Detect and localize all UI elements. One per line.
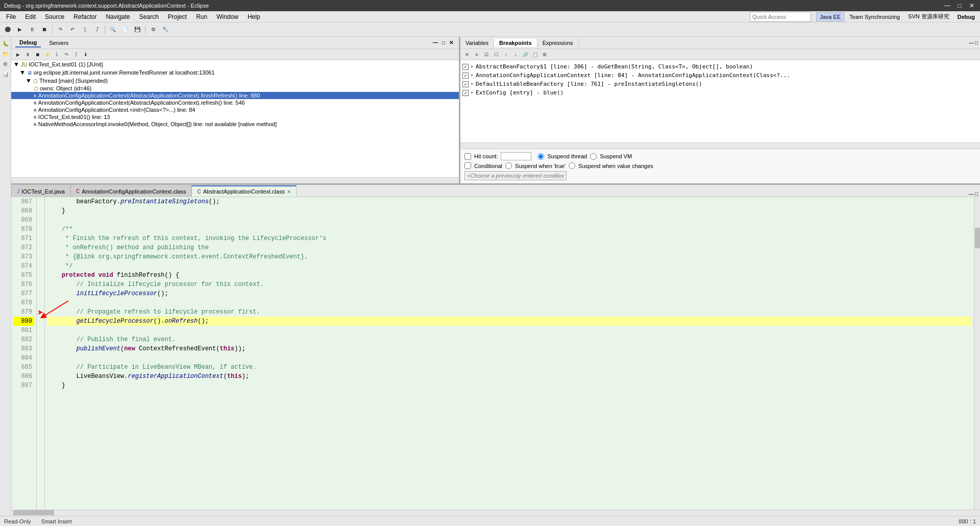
- debug-tab[interactable]: Debug: [15, 38, 41, 47]
- breakpoints-tab[interactable]: Breakpoints: [494, 39, 537, 47]
- tree-item-frame-2[interactable]: ≡ AnnotationConfigApplicationContext.<in…: [11, 106, 459, 113]
- when-true-radio[interactable]: [505, 162, 512, 169]
- debug-panel-minimize[interactable]: —: [431, 39, 439, 46]
- debug-toolbar-resume[interactable]: ▶: [13, 50, 22, 59]
- bp-checkbox-3[interactable]: ✓: [462, 90, 469, 96]
- debug-toolbar-drop[interactable]: ⬇: [81, 50, 90, 59]
- bp-toolbar-btn-7[interactable]: 🔗: [521, 50, 530, 59]
- bp-toolbar-btn-5[interactable]: ↑: [501, 50, 510, 59]
- menu-window[interactable]: Window: [212, 12, 242, 21]
- toolbar-btn-5[interactable]: ↷: [55, 24, 66, 35]
- bp-toolbar-btn-1[interactable]: ✕: [462, 50, 472, 59]
- sidebar-icon-3[interactable]: ⚙: [1, 59, 10, 68]
- debug-toolbar-step-return[interactable]: ⤴: [71, 50, 81, 59]
- sidebar-icon-1[interactable]: 🐛: [1, 39, 10, 48]
- editor-tab-0[interactable]: J IOCTest_Ext.java: [11, 185, 70, 197]
- debug-toolbar-step-into[interactable]: ⤵: [52, 50, 61, 59]
- editor-tab-1[interactable]: C AnnotationConfigApplicationContext.cla…: [70, 185, 191, 197]
- menu-search[interactable]: Search: [135, 12, 163, 21]
- sidebar-icon-2[interactable]: 📁: [1, 49, 10, 58]
- toolbar-btn-3[interactable]: ⏸: [27, 24, 38, 35]
- perspective-debug[interactable]: Debug: [954, 13, 978, 21]
- maximize-button[interactable]: □: [955, 2, 964, 9]
- close-button[interactable]: ✕: [968, 2, 976, 9]
- editor-minimize[interactable]: —: [969, 191, 974, 197]
- code-vscroll[interactable]: [974, 197, 980, 510]
- debug-toolbar-disconnect[interactable]: ⚡: [42, 50, 52, 59]
- hit-count-checkbox[interactable]: [464, 153, 471, 160]
- vscroll-thumb[interactable]: [975, 228, 980, 248]
- toolbar-btn-6[interactable]: ↶: [67, 24, 78, 35]
- menu-run[interactable]: Run: [192, 12, 211, 21]
- bp-toolbar-btn-3[interactable]: ☑: [482, 50, 491, 59]
- debug-toolbar-stop[interactable]: ⏹: [33, 50, 42, 59]
- code-content[interactable]: beanFactory.preInstantiateSingletons(); …: [45, 197, 974, 510]
- expressions-tab[interactable]: Expressions: [537, 39, 579, 47]
- sidebar-icon-4[interactable]: 📊: [1, 69, 10, 79]
- tree-item-owns[interactable]: ⬡ owns: Object (id=46): [11, 85, 459, 92]
- tab-close-2[interactable]: ✕: [287, 189, 291, 195]
- perspective-javaee[interactable]: Java EE: [816, 12, 844, 21]
- menu-file[interactable]: File: [2, 12, 20, 21]
- toolbar-btn-13[interactable]: 🔧: [160, 24, 171, 35]
- perspective-svn[interactable]: SVN 资源库研究: [905, 12, 952, 21]
- editor-tab-2[interactable]: C AbstractApplicationContext.class ✕: [191, 185, 296, 197]
- menu-help[interactable]: Help: [243, 12, 264, 21]
- toolbar-btn-7[interactable]: ⤵: [79, 24, 90, 35]
- tree-item-runner[interactable]: ▼ 🖥 org.eclipse.jdt.internal.junit.runne…: [11, 68, 459, 77]
- quick-access-input[interactable]: [750, 12, 811, 22]
- toolbar-btn-8[interactable]: ⤴: [91, 24, 103, 35]
- code-hscroll[interactable]: [11, 510, 980, 516]
- bp-item-0[interactable]: ✓ ➤ AbstractBeanFactory$1 [line: 306] - …: [462, 62, 978, 71]
- minimize-button[interactable]: —: [943, 2, 951, 9]
- debug-panel-close[interactable]: ✕: [448, 39, 455, 46]
- bp-checkbox-2[interactable]: ✓: [462, 81, 469, 87]
- debug-hscroll[interactable]: [11, 177, 459, 183]
- editor-maximize[interactable]: □: [975, 191, 978, 197]
- menu-edit[interactable]: Edit: [21, 12, 40, 21]
- bp-toolbar-btn-4[interactable]: ☐: [492, 50, 501, 59]
- hit-count-input[interactable]: [501, 152, 531, 160]
- tree-item-frame-0[interactable]: ≡ AnnotationConfigApplicationContext(Abs…: [11, 92, 459, 99]
- condition-input[interactable]: [464, 171, 567, 180]
- menu-source[interactable]: Source: [41, 12, 68, 21]
- toolbar-btn-10[interactable]: 📄: [119, 24, 131, 35]
- bp-toolbar-btn-8[interactable]: 📋: [530, 50, 540, 59]
- right-panel-minimize[interactable]: —: [969, 40, 974, 45]
- bp-toolbar-btn-9[interactable]: ⚙: [540, 50, 549, 59]
- menu-navigate[interactable]: Navigate: [102, 12, 134, 21]
- tree-item-frame-1[interactable]: ≡ AnnotationConfigApplicationContext(Abs…: [11, 99, 459, 106]
- perspective-team[interactable]: Team Synchronizing: [846, 13, 903, 21]
- toolbar-btn-4[interactable]: ⏹: [39, 24, 50, 35]
- tree-item-root[interactable]: ▼ JU IOCTest_Ext.test01 (1) [JUnit]: [11, 60, 459, 68]
- debug-panel-maximize[interactable]: □: [440, 39, 447, 46]
- conditional-checkbox[interactable]: [464, 162, 471, 169]
- bp-hscroll[interactable]: [460, 142, 980, 149]
- variables-tab[interactable]: Variables: [460, 39, 494, 47]
- servers-tab[interactable]: Servers: [45, 39, 72, 47]
- toolbar-btn-12[interactable]: ⚙: [148, 24, 159, 35]
- suspend-vm-radio[interactable]: [590, 153, 597, 160]
- window-controls[interactable]: — □ ✕: [943, 2, 976, 9]
- bp-item-2[interactable]: ✓ ➤ DefaultListableBeanFactory [line: 76…: [462, 80, 978, 88]
- tree-item-frame-4[interactable]: ≡ NativeMethodAccessorImpl.invoke0(Metho…: [11, 121, 459, 128]
- menu-refactor[interactable]: Refactor: [69, 12, 101, 21]
- when-changes-radio[interactable]: [569, 162, 575, 169]
- hscroll-thumb[interactable]: [13, 510, 54, 515]
- bp-checkbox-0[interactable]: ✓: [462, 64, 469, 70]
- menu-project[interactable]: Project: [164, 12, 191, 21]
- bp-toolbar-btn-2[interactable]: ≡: [472, 50, 481, 59]
- toolbar-btn-1[interactable]: ⚫: [2, 24, 13, 35]
- suspend-thread-radio[interactable]: [537, 153, 544, 160]
- bp-item-1[interactable]: ✓ ➤ AnnotationConfigApplicationContext […: [462, 71, 978, 80]
- debug-toolbar-step-over[interactable]: ↷: [62, 50, 71, 59]
- right-panel-maximize[interactable]: □: [975, 40, 978, 45]
- tree-item-frame-3[interactable]: ≡ IOCTest_Ext.test01() line: 13: [11, 113, 459, 121]
- bp-item-3[interactable]: ✓ ➤ ExtConfig [entry] - blue(): [462, 88, 978, 97]
- toolbar-btn-11[interactable]: 💾: [132, 24, 143, 35]
- toolbar-btn-2[interactable]: ▶: [14, 24, 26, 35]
- bp-toolbar-btn-6[interactable]: ↓: [511, 50, 520, 59]
- bp-checkbox-1[interactable]: ✓: [462, 73, 469, 79]
- tree-item-thread[interactable]: ▼ ⬡ Thread [main] (Suspended): [11, 77, 459, 85]
- debug-toolbar-suspend[interactable]: ⏸: [23, 50, 32, 59]
